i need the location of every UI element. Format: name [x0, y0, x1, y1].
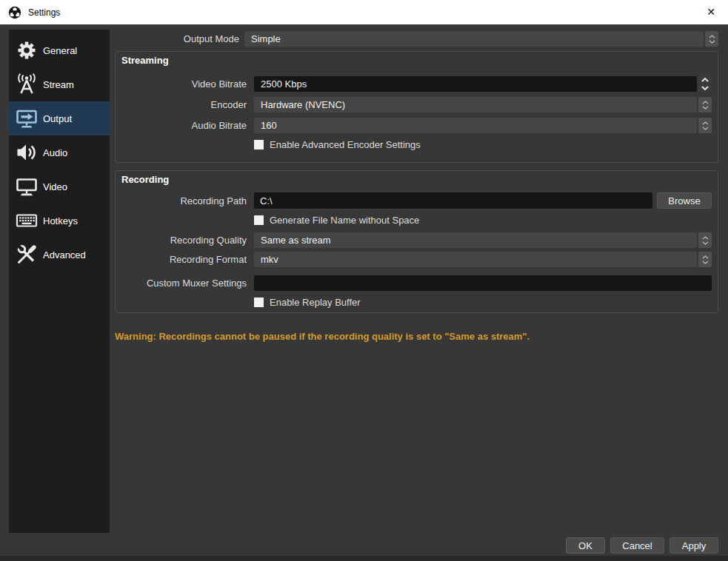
advanced-encoder-checkbox[interactable]: [254, 140, 264, 150]
no-space-checkbox-row: Generate File Name without Space: [254, 215, 712, 226]
sidebar-item-hotkeys[interactable]: Hotkeys: [9, 204, 110, 238]
sidebar-item-label: Output: [43, 113, 72, 124]
audio-bitrate-select[interactable]: 160: [254, 118, 712, 133]
sidebar-item-advanced[interactable]: Advanced: [9, 238, 110, 272]
window-bottom-edge: [0, 556, 728, 561]
replay-buffer-checkbox[interactable]: [254, 298, 264, 307]
output-mode-value: Simple: [244, 31, 704, 47]
chevron-updown-icon[interactable]: [698, 252, 712, 267]
streaming-group: Streaming Video Bitrate 2500 Kbps: [115, 51, 718, 163]
audio-bitrate-value: 160: [254, 118, 697, 133]
recording-quality-select[interactable]: Same as stream: [254, 232, 712, 248]
advanced-encoder-checkbox-row: Enable Advanced Encoder Settings: [254, 139, 712, 150]
sidebar-item-label: Advanced: [43, 249, 86, 261]
sidebar-item-label: Audio: [43, 147, 67, 158]
chevron-updown-icon[interactable]: [705, 31, 718, 47]
recording-path-label: Recording Path: [121, 195, 247, 206]
custom-muxer-row: Custom Muxer Settings: [121, 275, 712, 291]
titlebar: Settings ✕: [0, 0, 728, 24]
ok-button[interactable]: OK: [566, 537, 605, 554]
recording-path-row: Recording Path Browse: [121, 192, 712, 209]
settings-sidebar: General Stream: [9, 30, 110, 533]
video-bitrate-spinbox[interactable]: 2500 Kbps: [254, 76, 712, 92]
output-monitor-icon: [15, 107, 39, 130]
output-mode-label: Output Mode: [115, 33, 239, 44]
spin-down-icon[interactable]: [698, 84, 712, 92]
chevron-updown-icon[interactable]: [698, 97, 712, 112]
no-space-checkbox[interactable]: [254, 215, 264, 225]
broadcast-icon: [15, 73, 39, 96]
custom-muxer-input[interactable]: [254, 275, 712, 291]
monitor-icon: [15, 175, 39, 198]
apply-button[interactable]: Apply: [669, 537, 718, 554]
recording-quality-value: Same as stream: [254, 232, 697, 248]
recording-pause-warning: Warning: Recordings cannot be paused if …: [115, 331, 718, 342]
video-bitrate-spin-buttons: [698, 76, 712, 92]
close-icon[interactable]: ✕: [694, 0, 728, 24]
recording-quality-label: Recording Quality: [121, 235, 247, 246]
sidebar-item-label: Hotkeys: [43, 215, 78, 226]
replay-buffer-checkbox-label: Enable Replay Buffer: [270, 297, 361, 308]
sidebar-item-stream[interactable]: Stream: [9, 67, 110, 101]
tools-icon: [15, 243, 39, 266]
video-bitrate-label: Video Bitrate: [121, 78, 247, 90]
gear-icon: [15, 38, 39, 62]
keyboard-icon: [15, 209, 39, 232]
recording-format-select[interactable]: mkv: [254, 252, 712, 267]
streaming-group-title: Streaming: [121, 55, 712, 67]
audio-bitrate-label: Audio Bitrate: [121, 120, 247, 131]
sidebar-item-video[interactable]: Video: [9, 169, 110, 204]
custom-muxer-label: Custom Muxer Settings: [121, 278, 247, 289]
sidebar-item-output[interactable]: Output: [9, 101, 110, 135]
recording-format-value: mkv: [254, 252, 697, 267]
recording-group-title: Recording: [121, 174, 712, 186]
sidebar-item-general[interactable]: General: [9, 33, 110, 67]
replay-buffer-checkbox-row: Enable Replay Buffer: [254, 297, 712, 308]
sidebar-item-label: Video: [43, 181, 67, 192]
recording-format-label: Recording Format: [121, 254, 247, 265]
browse-button[interactable]: Browse: [657, 192, 712, 209]
chevron-updown-icon[interactable]: [698, 232, 712, 248]
output-mode-select[interactable]: Simple: [244, 31, 718, 47]
dialog-buttons: OK Cancel Apply: [566, 537, 718, 554]
recording-group: Recording Recording Path Browse Generate…: [115, 170, 718, 313]
video-bitrate-row: Video Bitrate 2500 Kbps: [121, 76, 712, 92]
encoder-select[interactable]: Hardware (NVENC): [254, 97, 712, 112]
speaker-icon: [15, 141, 39, 164]
advanced-encoder-checkbox-label: Enable Advanced Encoder Settings: [270, 139, 421, 150]
encoder-row: Encoder Hardware (NVENC): [121, 97, 712, 112]
no-space-checkbox-label: Generate File Name without Space: [270, 215, 419, 226]
output-settings-panel: Output Mode Simple Streaming Video Bitra…: [115, 24, 718, 342]
recording-format-row: Recording Format mkv: [121, 252, 712, 267]
audio-bitrate-row: Audio Bitrate 160: [121, 118, 712, 133]
chevron-updown-icon[interactable]: [698, 118, 712, 133]
window-title: Settings: [28, 7, 60, 18]
sidebar-item-label: General: [43, 45, 77, 56]
cancel-button[interactable]: Cancel: [610, 537, 664, 554]
sidebar-item-label: Stream: [43, 79, 74, 90]
encoder-value: Hardware (NVENC): [254, 97, 697, 112]
recording-quality-row: Recording Quality Same as stream: [121, 232, 712, 248]
encoder-label: Encoder: [121, 99, 247, 110]
sidebar-item-audio[interactable]: Audio: [9, 135, 110, 169]
recording-path-input[interactable]: [254, 192, 652, 209]
settings-window: Settings ✕ General: [0, 0, 728, 561]
video-bitrate-value: 2500 Kbps: [254, 76, 697, 92]
spin-up-icon[interactable]: [698, 76, 712, 84]
obs-logo-icon: [8, 6, 21, 19]
output-mode-row: Output Mode Simple: [115, 31, 718, 47]
